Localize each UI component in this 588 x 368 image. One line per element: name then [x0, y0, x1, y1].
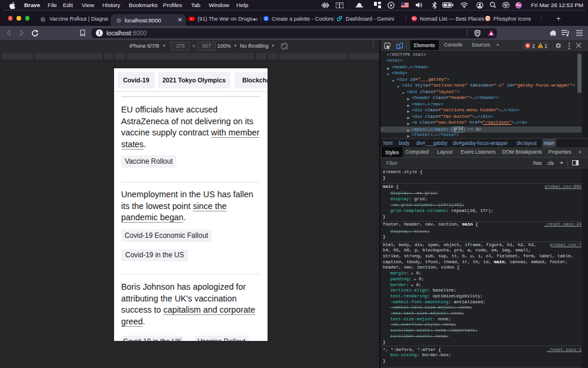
svg-text:C: C [265, 16, 268, 21]
